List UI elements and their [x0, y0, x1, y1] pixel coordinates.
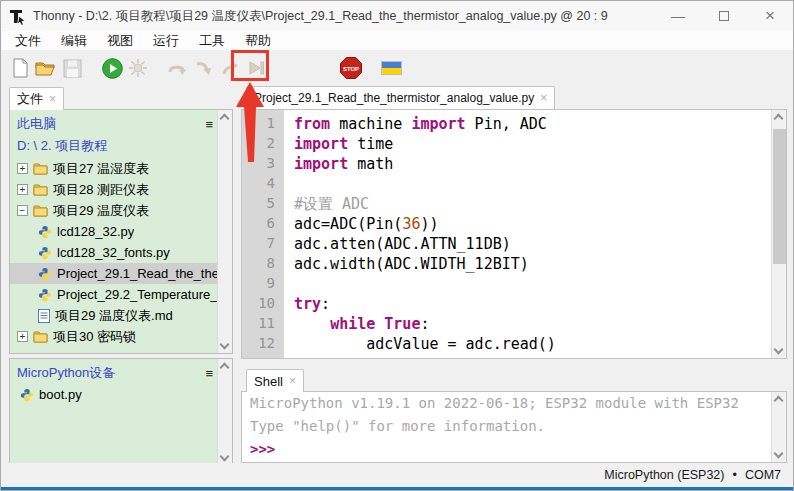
- menu-run[interactable]: 运行: [143, 31, 189, 50]
- scroll-down-icon[interactable]: [220, 340, 230, 350]
- save-icon: [63, 59, 82, 78]
- tree-item-project29[interactable]: − 项目29 温度仪表: [10, 200, 217, 221]
- code-line: [294, 175, 771, 195]
- close-button[interactable]: ×: [747, 1, 793, 31]
- scroll-up-icon[interactable]: [220, 114, 230, 124]
- minimize-button[interactable]: —: [655, 1, 701, 31]
- code-line: adc.atten(ADC.ATTN_11DB): [294, 235, 771, 255]
- code-line: adcValue = adc.read(): [294, 335, 771, 355]
- code-line: while True:: [294, 315, 771, 335]
- menu-help[interactable]: 帮助: [235, 31, 281, 50]
- minimize-icon: —: [671, 8, 685, 24]
- save-button[interactable]: [59, 54, 85, 82]
- collapse-icon[interactable]: −: [17, 205, 28, 216]
- tab-editor[interactable]: Project_29.1_Read_the_thermistor_analog_…: [246, 86, 555, 109]
- open-folder-icon: [35, 59, 57, 77]
- new-file-button[interactable]: [7, 54, 33, 82]
- interpreter-label[interactable]: MicroPython (ESP32): [604, 468, 724, 482]
- shell-line: Type "help()" for more information.: [250, 418, 771, 441]
- stop-label: STOP: [343, 66, 359, 72]
- step-into-button[interactable]: [191, 54, 217, 82]
- tab-shell[interactable]: Shell ×: [246, 369, 304, 392]
- maximize-icon: [719, 11, 729, 21]
- device-panel-header: MicroPython设备 ≡: [10, 362, 217, 384]
- stop-button[interactable]: STOP: [333, 53, 369, 83]
- folder-icon: [33, 183, 48, 196]
- scroll-down-icon[interactable]: [774, 345, 784, 355]
- expand-icon[interactable]: +: [17, 184, 28, 195]
- shell-line: MicroPython v1.19.1 on 2022-06-18; ESP32…: [250, 395, 771, 418]
- scroll-up-icon[interactable]: [774, 114, 784, 124]
- status-separator: •: [732, 468, 736, 482]
- run-button[interactable]: [99, 54, 125, 82]
- python-file-icon: [38, 246, 52, 260]
- open-file-button[interactable]: [33, 54, 59, 82]
- files-panel: 此电脑 ≡ D: \ 2. 项目教程 + 项目27 温湿度表 + 项目28 测距…: [9, 109, 233, 354]
- annotation-highlight-box: [231, 50, 269, 81]
- shell-output[interactable]: MicroPython v1.19.1 on 2022-06-18; ESP32…: [242, 392, 771, 462]
- step-over-icon: [167, 60, 189, 76]
- tab-shell-close-icon[interactable]: ×: [289, 374, 296, 388]
- tree-item-project-29-2[interactable]: Project_29.2_Temperature_: [10, 284, 217, 305]
- window-controls: — ×: [655, 1, 793, 31]
- menu-bar: 文件 编辑 视图 运行 工具 帮助: [1, 31, 793, 50]
- tab-editor-label: Project_29.1_Read_the_thermistor_analog_…: [254, 91, 534, 105]
- folder-icon: [33, 162, 48, 175]
- new-file-icon: [12, 58, 29, 78]
- files-panel-header: 此电脑 ≡: [10, 113, 217, 135]
- code-editor[interactable]: 123456789101112 from machine import Pin,…: [241, 109, 787, 359]
- tree-item-project29-md[interactable]: 项目29 温度仪表.md: [10, 305, 217, 326]
- scrollbar-thumb[interactable]: [773, 129, 786, 264]
- step-into-icon: [194, 60, 214, 77]
- expand-icon[interactable]: +: [17, 163, 28, 174]
- menu-file[interactable]: 文件: [5, 31, 51, 50]
- scroll-up-icon[interactable]: [220, 363, 230, 373]
- menu-view[interactable]: 视图: [97, 31, 143, 50]
- scroll-up-icon[interactable]: [774, 396, 784, 406]
- menu-tools[interactable]: 工具: [189, 31, 235, 50]
- window-title: Thonny - D:\2. 项目教程\项目29 温度仪表\Project_29…: [33, 8, 608, 25]
- shell-panel[interactable]: MicroPython v1.19.1 on 2022-06-18; ESP32…: [241, 391, 787, 463]
- scroll-down-icon[interactable]: [774, 449, 784, 459]
- device-panel-menu-icon[interactable]: ≡: [205, 366, 213, 381]
- run-icon: [102, 58, 123, 79]
- step-over-button[interactable]: [165, 54, 191, 82]
- ukraine-flag-icon[interactable]: [381, 61, 402, 75]
- micropython-device-panel: MicroPython设备 ≡ boot.py: [9, 358, 233, 466]
- files-scrollbar[interactable]: [217, 110, 232, 353]
- tab-files-close-icon[interactable]: ×: [49, 92, 56, 106]
- shell-prompt[interactable]: >>>: [250, 441, 771, 463]
- tree-item-lcd128-32[interactable]: lcd128_32.py: [10, 221, 217, 242]
- port-label[interactable]: COM7: [745, 468, 781, 482]
- this-computer-label[interactable]: 此电脑: [17, 115, 56, 133]
- tab-shell-label: Shell: [254, 374, 283, 389]
- scroll-down-icon[interactable]: [220, 452, 230, 462]
- maximize-button[interactable]: [701, 1, 747, 31]
- tree-item-project30[interactable]: + 项目30 密码锁: [10, 326, 217, 347]
- thonny-logo-icon: [9, 8, 26, 25]
- tree-item-project28[interactable]: + 项目28 测距仪表: [10, 179, 217, 200]
- close-icon: ×: [765, 6, 775, 26]
- code-line: adc=ADC(Pin(36)): [294, 215, 771, 235]
- tree-item-lcd128-32-fonts[interactable]: lcd128_32_fonts.py: [10, 242, 217, 263]
- tab-files[interactable]: 文件 ×: [9, 87, 64, 110]
- tree-item-project27[interactable]: + 项目27 温湿度表: [10, 158, 217, 179]
- tab-editor-close-icon[interactable]: ×: [540, 91, 547, 105]
- device-panel-title: MicroPython设备: [17, 364, 115, 382]
- files-panel-menu-icon[interactable]: ≡: [205, 117, 213, 132]
- python-file-icon: [38, 267, 52, 281]
- code-line: from machine import Pin, ADC: [294, 115, 771, 135]
- shell-scrollbar[interactable]: [771, 392, 786, 462]
- tree-item-project-29-1-selected[interactable]: Project_29.1_Read_the_the: [10, 263, 217, 284]
- files-panel-content: 此电脑 ≡ D: \ 2. 项目教程 + 项目27 温湿度表 + 项目28 测距…: [10, 110, 217, 353]
- menu-edit[interactable]: 编辑: [51, 31, 97, 50]
- debug-button[interactable]: [125, 54, 151, 82]
- tree-item-boot-py[interactable]: boot.py: [10, 384, 217, 405]
- editor-scrollbar[interactable]: [771, 110, 786, 358]
- expand-icon[interactable]: +: [17, 331, 28, 342]
- toolbar: STOP: [1, 50, 793, 86]
- device-scrollbar[interactable]: [217, 359, 232, 465]
- thonny-window: Thonny - D:\2. 项目教程\项目29 温度仪表\Project_29…: [0, 0, 794, 491]
- current-path-label[interactable]: D: \ 2. 项目教程: [10, 135, 217, 158]
- code-area[interactable]: from machine import Pin, ADC import time…: [284, 110, 771, 358]
